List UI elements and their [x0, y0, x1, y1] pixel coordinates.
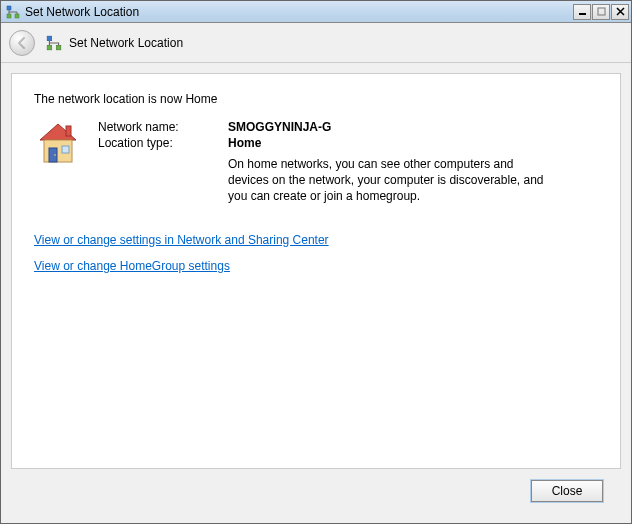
location-description: On home networks, you can see other comp…	[228, 156, 548, 205]
svg-rect-3	[579, 13, 586, 15]
footer: Close	[11, 469, 621, 513]
close-button[interactable]: Close	[531, 480, 603, 502]
svg-rect-6	[56, 45, 61, 50]
maximize-button[interactable]	[592, 4, 610, 20]
svg-rect-0	[7, 6, 11, 10]
svg-rect-12	[66, 126, 71, 136]
svg-rect-5	[47, 36, 52, 41]
svg-rect-11	[62, 146, 69, 153]
network-location-icon	[5, 4, 21, 20]
minimize-button[interactable]	[573, 4, 591, 20]
svg-rect-2	[7, 14, 11, 18]
house-icon	[34, 120, 82, 168]
svg-rect-4	[598, 8, 605, 15]
network-sharing-link[interactable]: View or change settings in Network and S…	[34, 233, 329, 247]
close-window-button[interactable]	[611, 4, 629, 20]
page-title: Set Network Location	[69, 36, 183, 50]
window-title: Set Network Location	[25, 5, 572, 19]
network-info: Network name: SMOGGYNINJA-G Location typ…	[34, 120, 598, 205]
location-type-label: Location type:	[98, 136, 228, 150]
svg-point-13	[54, 154, 56, 156]
svg-rect-1	[15, 14, 19, 18]
info-grid: Network name: SMOGGYNINJA-G Location typ…	[98, 120, 548, 205]
network-name-label: Network name:	[98, 120, 228, 134]
content-panel: The network location is now Home Network…	[11, 73, 621, 469]
network-name-value: SMOGGYNINJA-G	[228, 120, 548, 134]
homegroup-settings-link[interactable]: View or change HomeGroup settings	[34, 259, 230, 273]
location-type-value: Home	[228, 136, 548, 150]
svg-rect-7	[47, 45, 52, 50]
network-location-icon	[45, 34, 63, 52]
titlebar: Set Network Location	[1, 1, 631, 23]
links-section: View or change settings in Network and S…	[34, 233, 598, 273]
navigation-header: Set Network Location	[1, 23, 631, 63]
status-heading: The network location is now Home	[34, 92, 598, 106]
window-controls	[572, 4, 629, 20]
content-area: The network location is now Home Network…	[1, 63, 631, 523]
back-button[interactable]	[9, 30, 35, 56]
window: Set Network Location	[0, 0, 632, 524]
